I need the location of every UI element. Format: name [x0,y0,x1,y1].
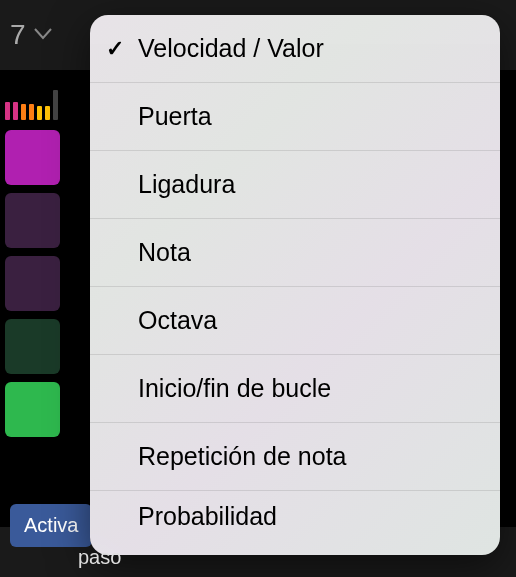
pad[interactable] [5,193,60,248]
chevron-down-icon[interactable] [34,26,52,44]
check-icon: ✓ [106,36,124,62]
activa-button-label: Activa [24,514,78,536]
menu-item-label: Octava [138,306,217,335]
meter-bar [5,102,10,120]
meter-bar [13,102,18,120]
menu-item-note-repeat[interactable]: Repetición de nota [90,423,500,491]
pad[interactable] [5,319,60,374]
menu-item-label: Repetición de nota [138,442,346,471]
meter-bar [21,104,26,120]
menu-item-probability[interactable]: Probabilidad [90,491,500,541]
meter-bar [53,90,58,120]
meter-bar [29,104,34,120]
menu-item-label: Probabilidad [138,502,277,531]
menu-item-velocity-value[interactable]: ✓ Velocidad / Valor [90,15,500,83]
paso-label: paso [78,546,121,569]
level-meters [0,90,80,120]
menu-item-octave[interactable]: Octava [90,287,500,355]
menu-item-tie[interactable]: Ligadura [90,151,500,219]
activa-button[interactable]: Activa [10,504,92,547]
menu-item-label: Puerta [138,102,212,131]
pad[interactable] [5,382,60,437]
pad[interactable] [5,130,60,185]
pad-grid [0,130,90,437]
menu-item-loop[interactable]: Inicio/fin de bucle [90,355,500,423]
menu-item-label: Nota [138,238,191,267]
menu-item-gate[interactable]: Puerta [90,83,500,151]
header-number: 7 [10,19,26,51]
pad[interactable] [5,256,60,311]
edit-mode-popover: ✓ Velocidad / Valor Puerta Ligadura Nota… [90,15,500,555]
menu-item-label: Ligadura [138,170,235,199]
meter-bar [37,106,42,120]
menu-item-note[interactable]: Nota [90,219,500,287]
meter-bar [45,106,50,120]
menu-item-label: Velocidad / Valor [138,34,324,63]
menu-item-label: Inicio/fin de bucle [138,374,331,403]
